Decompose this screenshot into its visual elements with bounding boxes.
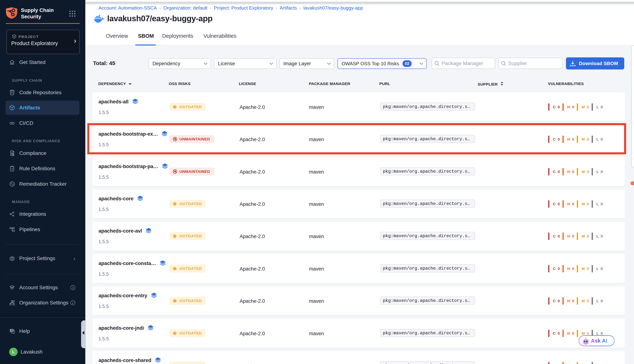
svg-text:?: ? xyxy=(11,329,13,332)
